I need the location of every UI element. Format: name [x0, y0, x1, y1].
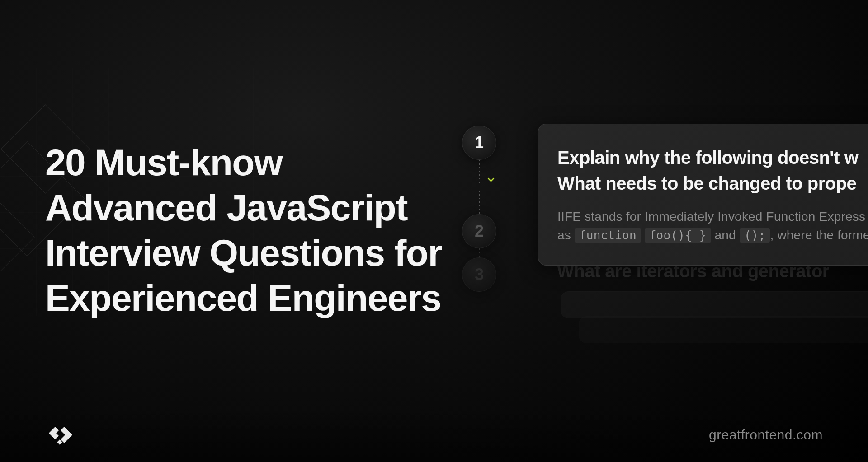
question-line: What needs to be changed to prope — [557, 173, 856, 193]
step-3: 3 — [462, 257, 496, 292]
answer-segment: and — [711, 228, 740, 242]
step-connector — [479, 160, 480, 183]
answer-segment: , where the former i — [770, 228, 868, 242]
code-token: (); — [740, 228, 770, 243]
page-title: 20 Must-know Advanced JavaScript Intervi… — [45, 140, 452, 321]
step-connector — [479, 248, 480, 257]
site-url: greatfrontend.com — [709, 427, 823, 443]
step-indicator: 1 2 3 — [462, 126, 496, 292]
step-1: 1 — [462, 126, 496, 160]
stacked-card-bg — [579, 316, 868, 343]
footer: greatfrontend.com — [0, 408, 868, 462]
question-line: Explain why the following doesn't w — [557, 148, 858, 168]
answer-segment: IIFE stands for Immediately Invoked Func… — [557, 210, 865, 224]
stacked-card-bg — [561, 291, 868, 318]
svg-rect-0 — [57, 439, 62, 444]
decorative-square — [0, 196, 35, 279]
answer-text: IIFE stands for Immediately Invoked Func… — [557, 207, 868, 245]
chevron-down-icon — [486, 174, 496, 187]
step-2: 2 — [462, 214, 496, 248]
code-token: function — [575, 228, 641, 243]
question-card: Explain why the following doesn't w What… — [538, 124, 868, 266]
answer-segment: as — [557, 228, 575, 242]
step-connector — [479, 191, 480, 214]
question-text: Explain why the following doesn't w What… — [557, 145, 868, 196]
brand-logo-icon — [45, 424, 74, 446]
code-token: foo(){ } — [645, 228, 711, 243]
